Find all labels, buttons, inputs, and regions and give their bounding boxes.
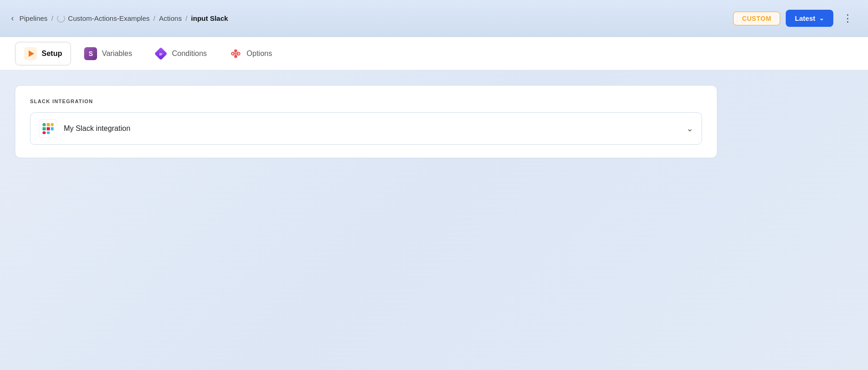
slack-integration-card: SLACK INTEGRATION <box>15 85 717 158</box>
conditions-icon: IF <box>154 47 167 60</box>
breadcrumb-pipelines[interactable]: Pipelines <box>19 14 48 22</box>
loading-spinner-icon <box>57 14 65 23</box>
back-button[interactable]: ‹ <box>11 13 14 23</box>
svg-text:IF: IF <box>159 52 162 56</box>
breadcrumb-current: input Slack <box>191 14 228 22</box>
tab-bar: Setup S Variables IF Conditions <box>0 37 868 70</box>
header: ‹ Pipelines / Custom-Actions-Examples / … <box>0 0 868 37</box>
svg-rect-12 <box>43 127 46 130</box>
header-right: CUSTOM Latest ⌄ ⋮ <box>733 10 857 27</box>
tab-variables[interactable]: S Variables <box>75 42 141 66</box>
tab-options-label: Options <box>247 49 272 58</box>
latest-button[interactable]: Latest ⌄ <box>786 10 833 27</box>
conditions-icon-wrapper: IF <box>154 47 167 60</box>
svg-rect-13 <box>47 123 50 126</box>
slack-logo-icon <box>39 119 57 138</box>
breadcrumb-custom-actions[interactable]: Custom-Actions-Examples <box>57 14 150 23</box>
tab-options[interactable]: Options <box>220 42 281 66</box>
play-icon <box>24 47 37 60</box>
tab-conditions[interactable]: IF Conditions <box>145 42 216 66</box>
slack-integration-name: My Slack integration <box>64 124 130 133</box>
options-icon <box>229 47 242 60</box>
svg-rect-15 <box>43 131 46 134</box>
chevron-down-icon: ⌄ <box>819 15 824 22</box>
tab-setup-label: Setup <box>42 49 62 58</box>
chevron-down-icon: ⌄ <box>686 123 693 134</box>
more-options-button[interactable]: ⋮ <box>839 11 857 26</box>
latest-button-label: Latest <box>795 14 815 22</box>
breadcrumb-actions[interactable]: Actions <box>159 14 182 22</box>
main-content: SLACK INTEGRATION <box>0 70 868 173</box>
svg-rect-16 <box>47 127 50 130</box>
svg-rect-11 <box>43 123 46 126</box>
variables-icon: S <box>84 47 97 60</box>
tab-conditions-label: Conditions <box>172 49 207 58</box>
tab-variables-label: Variables <box>102 49 132 58</box>
custom-badge: CUSTOM <box>733 12 780 25</box>
section-label: SLACK INTEGRATION <box>30 99 702 104</box>
tab-setup[interactable]: Setup <box>15 42 71 66</box>
breadcrumb: ‹ Pipelines / Custom-Actions-Examples / … <box>11 13 228 23</box>
svg-rect-14 <box>51 123 54 126</box>
svg-rect-18 <box>51 127 54 130</box>
slack-integration-dropdown[interactable]: My Slack integration ⌄ <box>30 112 702 145</box>
slack-dropdown-left: My Slack integration <box>39 119 130 138</box>
svg-rect-17 <box>47 131 50 134</box>
